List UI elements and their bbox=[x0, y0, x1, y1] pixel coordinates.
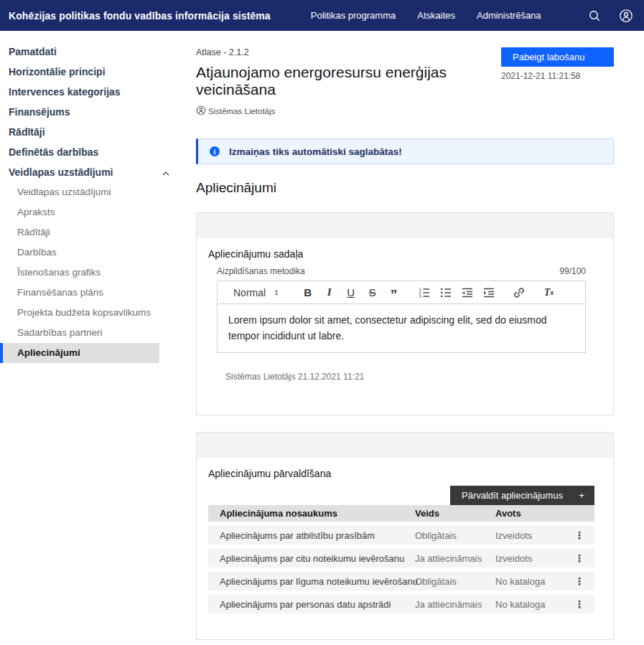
link-icon[interactable] bbox=[511, 286, 527, 299]
cell-veids: Ja attiecināmais bbox=[409, 599, 490, 610]
row-kebab-menu-icon[interactable]: ⋮ bbox=[574, 598, 584, 610]
page-header-right: Pabeigt labošanu 2021-12-21 11:21:58 bbox=[501, 47, 614, 117]
sidebar-subitem-apliecinajumi[interactable]: Apliecinājumi bbox=[0, 343, 159, 363]
menu-administresana[interactable]: Administrēšana bbox=[477, 10, 541, 21]
sidebar-item-label: Veidlapas uzstādījumi bbox=[9, 167, 113, 177]
statement-section-card: Apliecinājumu sadaļa Aizpildīšanas metod… bbox=[196, 212, 614, 415]
column-header-veids: Veids bbox=[409, 508, 490, 519]
sidebar-item-intervences-kategorijas[interactable]: Intervences kategorijas bbox=[0, 82, 179, 102]
cell-veids: Obligātais bbox=[409, 576, 490, 587]
finish-editing-button[interactable]: Pabeigt labošanu bbox=[501, 47, 614, 67]
sidebar-subitem-raditaji[interactable]: Rādītāji bbox=[0, 222, 179, 243]
bold-icon[interactable]: B bbox=[300, 286, 316, 298]
indent-icon[interactable] bbox=[481, 286, 497, 299]
sidebar-item-raditaji[interactable]: Rādītāji bbox=[0, 122, 179, 142]
char-counter: 99/100 bbox=[559, 266, 586, 276]
svg-text:3: 3 bbox=[419, 294, 421, 298]
outdent-icon[interactable] bbox=[459, 286, 475, 299]
management-section-card: Apliecinājumu pārvaldīšana Pārvaldīt apl… bbox=[196, 432, 614, 640]
top-navbar: Kohēzijas politikas fondu vadības inform… bbox=[0, 0, 644, 31]
row-kebab-menu-icon[interactable]: ⋮ bbox=[574, 552, 584, 564]
plus-icon: + bbox=[579, 490, 584, 501]
breadcrumb: Atlase - 2.1.2 bbox=[196, 47, 501, 57]
cell-name: Apliecinājums par līguma noteikumu ievēr… bbox=[208, 576, 409, 587]
editor-content[interactable]: Lorem ipsum dolor sit amet, consectetur … bbox=[218, 304, 585, 352]
ordered-list-icon[interactable]: 123 bbox=[416, 286, 432, 299]
sidebar-subitem-darbibas[interactable]: Darbības bbox=[0, 243, 179, 263]
rich-text-editor: Normal ▲▼ B I U S ” 123 bbox=[217, 281, 586, 353]
cell-name: Apliecinājums par citu noteikumu ievēroš… bbox=[208, 553, 409, 564]
info-alert: i Izmaiņas tiks automātiski saglabātas! bbox=[196, 138, 614, 164]
chevron-up-icon bbox=[162, 167, 169, 177]
cell-veids: Obligātais bbox=[409, 530, 490, 541]
statements-table-zone: Pārvaldīt apliecinājumus + Apliecinājuma… bbox=[208, 486, 594, 613]
format-select[interactable]: Normal ▲▼ bbox=[233, 287, 279, 298]
sidebar-subitem-apraksts[interactable]: Apraksts bbox=[0, 202, 179, 222]
cell-avots: Izveidots bbox=[490, 553, 564, 564]
card-body: Apliecinājumu sadaļa Aizpildīšanas metod… bbox=[197, 238, 613, 415]
table-row: Apliecinājums par līguma noteikumu ievēr… bbox=[208, 572, 594, 590]
format-select-value: Normal bbox=[233, 287, 266, 298]
author-line: Sistēmas Lietotājs bbox=[196, 105, 501, 117]
sidebar-subitem-sadarbibas-partneri[interactable]: Sadarbības partneri bbox=[0, 323, 179, 343]
bullet-list-icon[interactable] bbox=[438, 286, 454, 299]
manage-statements-button[interactable]: Pārvaldīt apliecinājumus + bbox=[450, 486, 594, 505]
app-title: Kohēzijas politikas fondu vadības inform… bbox=[9, 10, 271, 22]
main-menu: Politikas programma Atskaites Administrē… bbox=[311, 10, 541, 21]
cell-avots: Izveidots bbox=[490, 530, 564, 541]
clear-formatting-icon[interactable]: Tx bbox=[541, 287, 557, 298]
section-title: Apliecinājumi bbox=[196, 180, 614, 196]
sidebar-subitem-finansesanas-plans[interactable]: Finansēšanas plāns bbox=[0, 283, 179, 303]
column-header-avots: Avots bbox=[490, 508, 564, 519]
management-section-label: Apliecinājumu pārvaldīšana bbox=[208, 468, 602, 479]
sidebar-subitem-veidlapas-uzstadijumi[interactable]: Veidlapas uzstādījumi bbox=[0, 182, 179, 202]
cell-name: Apliecinājums par atbilstību prasībām bbox=[208, 530, 409, 541]
sidebar: Pamatdati Horizontālie principi Interven… bbox=[0, 31, 179, 640]
sidebar-item-definetas-darbibas[interactable]: Definētās darbības bbox=[0, 142, 179, 162]
underline-icon[interactable]: U bbox=[343, 286, 359, 298]
table-row: Apliecinājums par atbilstību prasībām Ob… bbox=[208, 526, 594, 545]
manage-button-label: Pārvaldīt apliecinājumus bbox=[462, 490, 563, 501]
menu-atskaites[interactable]: Atskaites bbox=[417, 10, 455, 21]
select-arrows-icon: ▲▼ bbox=[274, 289, 278, 296]
page-title: Atjaunojamo energoresursu enerģijas veic… bbox=[196, 64, 501, 98]
card-header-band bbox=[197, 213, 613, 238]
cell-avots: No kataloga bbox=[490, 599, 564, 610]
sidebar-item-label: Horizontālie principi bbox=[9, 67, 106, 77]
author-name: Sistēmas Lietotājs bbox=[208, 107, 275, 116]
table-header: Apliecinājuma nosaukums Veids Avots bbox=[208, 505, 594, 522]
manage-button-row: Pārvaldīt apliecinājumus + bbox=[208, 486, 594, 505]
sidebar-subitem-projekta-budzeta-kopsavilkums[interactable]: Projekta budžeta kopsavilkums bbox=[0, 303, 179, 323]
user-icon[interactable] bbox=[619, 9, 633, 23]
sidebar-item-label: Definētās darbības bbox=[9, 147, 98, 157]
cell-name: Apliecinājums par personas datu apstrādi bbox=[208, 599, 409, 610]
sidebar-item-pamatdati[interactable]: Pamatdati bbox=[0, 42, 179, 62]
navbar-icons bbox=[588, 9, 633, 23]
page-header-left: Atlase - 2.1.2 Atjaunojamo energoresursu… bbox=[196, 47, 501, 117]
sidebar-item-veidlapas-uzstadijumi[interactable]: Veidlapas uzstādījumi bbox=[0, 162, 179, 182]
card-header-band bbox=[197, 433, 613, 458]
statement-section-label: Apliecinājumu sadaļa bbox=[208, 248, 602, 260]
row-kebab-menu-icon[interactable]: ⋮ bbox=[574, 529, 584, 541]
column-header-name: Apliecinājuma nosaukums bbox=[208, 508, 409, 519]
field-header: Aizpildīšanas metodika 99/100 bbox=[217, 266, 586, 276]
field-label: Aizpildīšanas metodika bbox=[217, 266, 305, 276]
sidebar-item-label: Pamatdati bbox=[9, 47, 57, 57]
cell-veids: Ja attiecināmais bbox=[409, 553, 490, 564]
alert-message: Izmaiņas tiks automātiski saglabātas! bbox=[229, 146, 402, 157]
sidebar-item-horizontalie-principi[interactable]: Horizontālie principi bbox=[0, 62, 179, 82]
row-kebab-menu-icon[interactable]: ⋮ bbox=[574, 575, 584, 587]
menu-politikas-programma[interactable]: Politikas programma bbox=[311, 10, 396, 21]
last-saved-timestamp: 2021-12-21 11:21:58 bbox=[501, 71, 614, 81]
editor-meta: Sistēmas Lietotājs 21.12.2021 11:21 bbox=[225, 372, 586, 382]
page-header: Atlase - 2.1.2 Atjaunojamo energoresursu… bbox=[196, 47, 614, 117]
sidebar-item-finansejums[interactable]: Finansējums bbox=[0, 102, 179, 122]
user-small-icon bbox=[196, 105, 206, 117]
editor-toolbar: Normal ▲▼ B I U S ” 123 bbox=[218, 281, 585, 304]
blockquote-icon[interactable]: ” bbox=[386, 282, 402, 303]
italic-icon[interactable]: I bbox=[322, 286, 337, 298]
sidebar-subitem-istenosanas-grafiks[interactable]: Īstenošanas grafiks bbox=[0, 263, 179, 283]
strikethrough-icon[interactable]: S bbox=[365, 286, 381, 298]
search-icon[interactable] bbox=[588, 9, 601, 22]
sidebar-item-label: Rādītāji bbox=[9, 127, 45, 137]
